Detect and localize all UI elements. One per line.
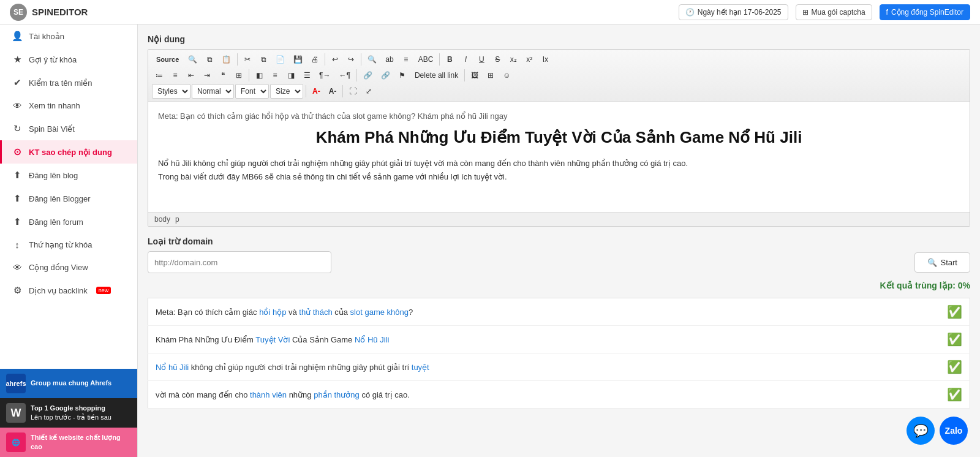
web-title: Thiết kế website chất lượng cao	[31, 433, 131, 452]
unlink-button[interactable]: 🔗	[377, 68, 394, 83]
ltr-button[interactable]: ¶→	[315, 68, 334, 83]
align-left-icon: ◧	[256, 71, 263, 80]
link-icon: 🔗	[363, 71, 372, 80]
star-icon: ★	[12, 54, 23, 65]
indent-button[interactable]: ⇥	[200, 68, 214, 83]
community-btn[interactable]: f Cộng đồng SpinEditor	[880, 4, 970, 20]
sidebar-item-dang-len-forum[interactable]: ⬆ Đăng lên forum	[0, 210, 137, 233]
check-circle-icon4: ✅	[947, 388, 962, 401]
sep5	[249, 69, 249, 81]
result-cell-2: Khám Phá Những Ưu Điểm Tuyệt Vời Của Sản…	[148, 326, 940, 353]
format-select[interactable]: Normal	[192, 84, 234, 99]
start-button[interactable]: 🔍 Start	[914, 252, 970, 273]
deadline-btn[interactable]: 🕐 Ngày hết hạn 17-06-2025	[679, 4, 788, 20]
outdent-button[interactable]: ⇤	[184, 68, 198, 83]
align-left-button[interactable]: ◧	[252, 68, 266, 83]
align-icon: ≡	[404, 55, 408, 64]
ltr-icon: ¶→	[319, 71, 330, 80]
undo-button[interactable]: ↩	[328, 52, 342, 67]
font-color-button[interactable]: A-	[309, 84, 324, 99]
copy-button[interactable]: ⧉	[202, 52, 217, 67]
cut-button[interactable]: ✂	[240, 52, 255, 67]
captcha-btn[interactable]: ⊞ Mua gói captcha	[796, 4, 872, 20]
ahrefs-ad[interactable]: ahrefs Group mua chung Ahrefs	[0, 369, 137, 398]
replace-button[interactable]: ab	[382, 52, 397, 67]
zalo-button[interactable]: Zalo	[940, 417, 968, 445]
messenger-button[interactable]: 💬	[907, 417, 935, 445]
spell-icon: ABC	[418, 55, 434, 64]
image-button[interactable]: 🖼	[467, 68, 482, 83]
bg-color-button[interactable]: A-	[325, 84, 341, 99]
ul-button[interactable]: ≡	[168, 68, 183, 83]
styles-select[interactable]: Styles	[152, 84, 190, 99]
sep1	[237, 53, 238, 66]
sidebar-item-cong-dong-view[interactable]: 👁 Cộng đồng View	[0, 256, 137, 279]
editor-content[interactable]: Meta: Bạn có thích cảm giác hồi hộp và t…	[148, 102, 970, 212]
logo-text: SPINEDITOR	[32, 7, 88, 17]
sidebar-item-spin-bai-viet[interactable]: ↻ Spin Bài Viết	[0, 117, 137, 140]
find-button[interactable]: 🔍	[184, 52, 201, 67]
align-justify-button[interactable]: ☰	[300, 68, 314, 83]
blockquote-button[interactable]: ❝	[216, 68, 230, 83]
body-line1: Nổ hũ Jili không chỉ giúp người chơi trả…	[158, 159, 688, 168]
sidebar-item-thu-hang[interactable]: ↕ Thứ hạng từ khóa	[0, 233, 137, 256]
web-design-ad[interactable]: 🌐 Thiết kế website chất lượng cao	[0, 428, 137, 457]
fullscreen-button[interactable]: ⛶	[345, 84, 360, 99]
backlink-icon: ⚙	[12, 285, 23, 296]
table-button[interactable]: ⊞	[483, 68, 498, 83]
align-right-icon: ◨	[288, 71, 295, 80]
rtl-icon: ←¶	[339, 71, 350, 80]
domain-section: Loại trừ domain 🔍 Start	[148, 236, 970, 273]
spellcheck-button[interactable]: ABC	[415, 52, 437, 67]
sidebar-item-tai-khoan[interactable]: 👤 Tài khoản	[0, 25, 137, 48]
sidebar-item-label: Đăng lên Blogger	[29, 194, 90, 203]
strike-button[interactable]: S	[490, 52, 505, 67]
sidebar-item-dang-len-blog[interactable]: ⬆ Đăng lên blog	[0, 164, 137, 187]
paste-button[interactable]: 📋	[218, 52, 235, 67]
source-button[interactable]: Source	[152, 52, 183, 67]
sidebar-item-dang-len-blogger[interactable]: ⬆ Đăng lên Blogger	[0, 187, 137, 210]
google-shopping-ad[interactable]: W Top 1 Google shopping Lên top trước - …	[0, 398, 137, 428]
media-button[interactable]: ☺	[499, 68, 514, 83]
sidebar-item-goi-y-tu-khoa[interactable]: ★ Gợi ý từ khóa	[0, 48, 137, 71]
superscript-button[interactable]: x²	[522, 52, 537, 67]
align-right-button[interactable]: ◨	[284, 68, 298, 83]
sidebar-item-kiem-tra-ten-mien[interactable]: ✔ Kiểm tra tên miền	[0, 71, 137, 94]
delete-link-button[interactable]: Delete all link	[411, 68, 462, 83]
italic-icon: I	[465, 55, 467, 64]
result-check-4: ✅	[940, 381, 970, 409]
find2-button[interactable]: 🔍	[364, 52, 380, 67]
shopping-title: Top 1 Google shopping	[31, 404, 111, 413]
sup-icon: x²	[526, 55, 532, 64]
font-select[interactable]: Font	[235, 84, 269, 99]
sidebar: 👤 Tài khoản ★ Gợi ý từ khóa ✔ Kiểm tra t…	[0, 25, 138, 457]
subscript-button[interactable]: x₂	[506, 52, 521, 67]
size-select[interactable]: Size	[270, 84, 303, 99]
print-button[interactable]: 🖨	[307, 52, 322, 67]
align-center-button[interactable]: ≡	[399, 52, 413, 67]
fullscreen-icon: ⛶	[349, 87, 356, 96]
divider-button[interactable]: ⊞	[232, 68, 246, 83]
domain-row: 🔍 Start	[148, 251, 970, 273]
underline-button[interactable]: U	[474, 52, 489, 67]
bold-button[interactable]: B	[442, 52, 457, 67]
resize-button[interactable]: ⤢	[361, 84, 376, 99]
sidebar-item-kt-sao-chep[interactable]: ⊙ KT sao chép nội dung	[0, 140, 137, 164]
redo-button[interactable]: ↪	[344, 52, 358, 67]
ol-icon: ≔	[156, 71, 163, 80]
rtl-button[interactable]: ←¶	[335, 68, 353, 83]
anchor-button[interactable]: ⚑	[395, 68, 410, 83]
clearformat-button[interactable]: Ix	[538, 52, 552, 67]
sidebar-item-xem-tin-nhanh[interactable]: 👁 Xem tin nhanh	[0, 94, 137, 117]
paste2-button[interactable]: 📄	[272, 52, 288, 67]
save-button[interactable]: 💾	[290, 52, 306, 67]
italic-button[interactable]: I	[458, 52, 473, 67]
bold-icon: B	[447, 55, 453, 64]
copy2-button[interactable]: ⧉	[256, 52, 271, 67]
sidebar-item-dich-vu-backlink[interactable]: ⚙ Dịch vụ backlink new	[0, 279, 137, 302]
link-button[interactable]: 🔗	[360, 68, 376, 83]
align-center2-button[interactable]: ≡	[268, 68, 282, 83]
topbar-right: 🕐 Ngày hết hạn 17-06-2025 ⊞ Mua gói capt…	[679, 4, 970, 20]
ol-button[interactable]: ≔	[152, 68, 167, 83]
domain-input[interactable]	[148, 251, 331, 273]
